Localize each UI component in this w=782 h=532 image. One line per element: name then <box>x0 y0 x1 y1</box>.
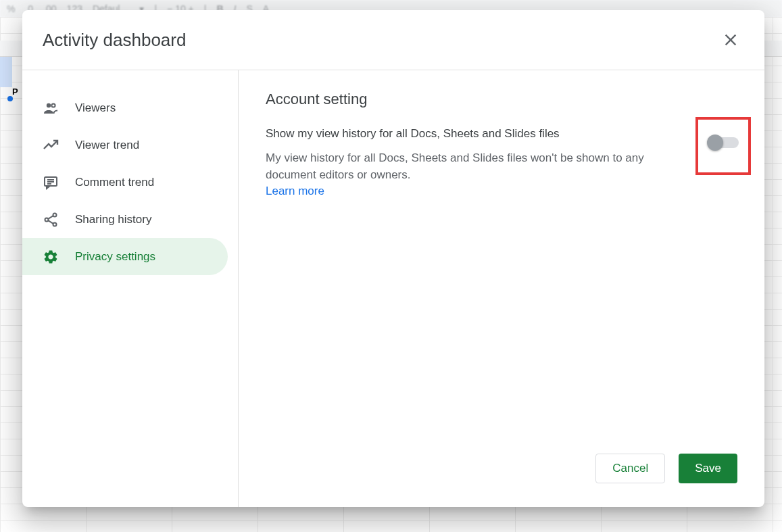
toggle-knob <box>707 135 723 151</box>
dialog-title: Activity dashboard <box>43 30 186 51</box>
svg-line-12 <box>48 220 53 224</box>
share-icon <box>43 212 59 228</box>
close-icon <box>723 32 738 47</box>
svg-line-11 <box>48 216 53 219</box>
sidebar-item-viewers[interactable]: Viewers <box>22 89 228 126</box>
viewers-icon <box>43 100 59 116</box>
sidebar-item-label: Sharing history <box>75 213 151 226</box>
svg-point-2 <box>47 103 51 107</box>
trending-up-icon <box>43 137 59 153</box>
setting-label: Show my view history for all Docs, Sheet… <box>266 127 668 141</box>
sidebar-item-privacy-settings[interactable]: Privacy settings <box>22 238 228 275</box>
close-button[interactable] <box>717 26 744 53</box>
svg-point-8 <box>53 213 57 216</box>
sidebar-item-comment-trend[interactable]: Comment trend <box>22 164 228 201</box>
sidebar-item-viewer-trend[interactable]: Viewer trend <box>22 126 228 164</box>
sidebar-item-label: Viewer trend <box>75 139 139 152</box>
learn-more-link[interactable]: Learn more <box>266 185 324 198</box>
dialog-header: Activity dashboard <box>22 10 764 70</box>
svg-point-9 <box>45 218 49 221</box>
toggle-highlight-box <box>695 117 751 175</box>
section-title: Account setting <box>266 91 737 108</box>
cancel-button[interactable]: Cancel <box>595 454 665 483</box>
gear-icon <box>43 249 59 265</box>
setting-description: My view history for all Docs, Sheets and… <box>266 150 668 183</box>
dialog-body: Viewers Viewer trend <box>22 70 764 507</box>
sidebar-item-sharing-history[interactable]: Sharing history <box>22 201 228 238</box>
svg-point-10 <box>53 222 57 226</box>
view-history-toggle[interactable] <box>708 137 739 148</box>
sidebar: Viewers Viewer trend <box>22 70 239 507</box>
dialog-footer: Cancel Save <box>266 454 737 487</box>
setting-row: Show my view history for all Docs, Sheet… <box>266 127 737 198</box>
svg-point-3 <box>51 103 55 107</box>
sidebar-item-label: Comment trend <box>75 176 154 189</box>
content-pane: Account setting Show my view history for… <box>239 70 764 507</box>
sidebar-item-label: Privacy settings <box>75 250 155 264</box>
sidebar-item-label: Viewers <box>75 101 116 115</box>
save-button[interactable]: Save <box>679 454 737 483</box>
comment-icon <box>43 174 59 191</box>
activity-dashboard-dialog: Activity dashboard Viewers <box>22 10 764 507</box>
setting-text: Show my view history for all Docs, Sheet… <box>266 127 668 198</box>
